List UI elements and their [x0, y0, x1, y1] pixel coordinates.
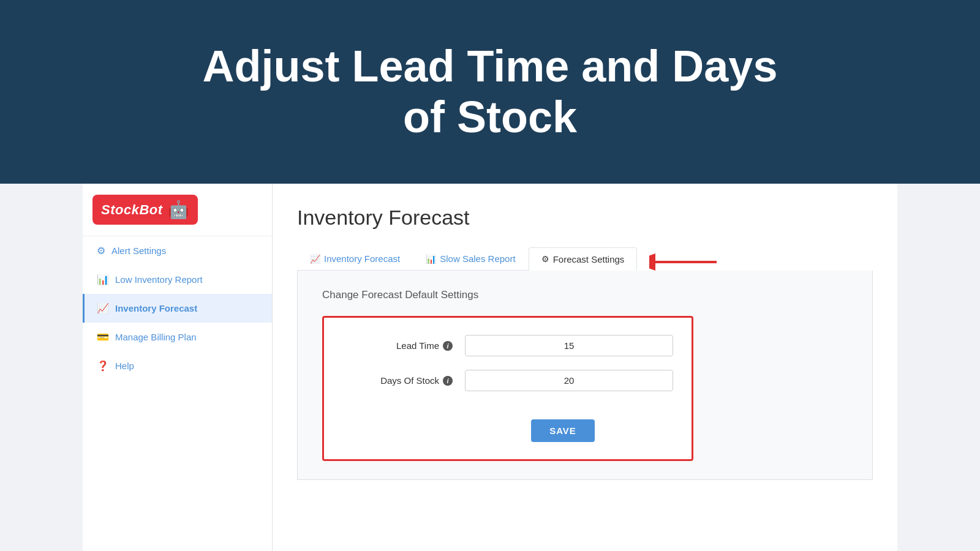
settings-panel: Change Forecast Default Settings Lead Ti…	[297, 271, 873, 480]
tab-inventory-forecast[interactable]: 📈 Inventory Forecast	[297, 247, 413, 270]
sidebar-item-alert-settings[interactable]: ⚙ Alert Settings	[83, 236, 272, 265]
trend-tab-icon: 📈	[310, 254, 320, 264]
days-of-stock-info-icon[interactable]: i	[443, 376, 453, 386]
sidebar-item-billing[interactable]: 💳 Manage Billing Plan	[83, 323, 272, 351]
app-shell: StockBot 🤖 ⚙ Alert Settings 📊 Low Invent…	[83, 184, 897, 551]
tab-slow-sales[interactable]: 📊 Slow Sales Report	[413, 247, 528, 270]
main-content: Inventory Forecast 📈 Inventory Forecast …	[273, 184, 897, 551]
days-of-stock-label: Days Of Stock i	[342, 375, 453, 386]
hero-banner: Adjust Lead Time and Days of Stock	[0, 0, 980, 184]
sidebar-item-label: Alert Settings	[111, 246, 166, 256]
forecast-form-box: Lead Time i Days Of Stock i SAVE	[322, 316, 693, 461]
trend-icon: 📈	[97, 302, 109, 314]
save-button[interactable]: SAVE	[531, 419, 595, 442]
tab-label: Forecast Settings	[553, 254, 625, 264]
sidebar-item-help[interactable]: ❓ Help	[83, 351, 272, 380]
help-icon: ❓	[97, 360, 109, 372]
bar-tab-icon: 📊	[426, 254, 436, 264]
hero-title: Adjust Lead Time and Days of Stock	[203, 41, 778, 143]
sidebar-item-low-inventory[interactable]: 📊 Low Inventory Report	[83, 265, 272, 294]
lead-time-row: Lead Time i	[342, 335, 673, 356]
sidebar-item-label: Low Inventory Report	[115, 274, 203, 285]
tab-label: Slow Sales Report	[440, 253, 515, 264]
save-row: SAVE	[453, 405, 673, 442]
sidebar-item-label: Help	[115, 361, 134, 371]
bar-chart-icon: 📊	[97, 274, 109, 285]
billing-icon: 💳	[97, 331, 109, 343]
lead-time-label: Lead Time i	[342, 340, 453, 351]
gear-icon: ⚙	[97, 245, 105, 257]
settings-section-title: Change Forecast Default Settings	[322, 289, 848, 301]
logo-area: StockBot 🤖	[83, 184, 272, 236]
sidebar-item-inventory-forecast[interactable]: 📈 Inventory Forecast	[83, 294, 272, 323]
gear-tab-icon: ⚙	[541, 254, 549, 264]
sidebar-item-label: Inventory Forecast	[115, 303, 197, 313]
red-arrow-icon	[649, 253, 723, 271]
sidebar: StockBot 🤖 ⚙ Alert Settings 📊 Low Invent…	[83, 184, 273, 551]
tabs: 📈 Inventory Forecast 📊 Slow Sales Report…	[297, 247, 637, 271]
days-of-stock-input[interactable]	[465, 370, 673, 391]
lead-time-info-icon[interactable]: i	[443, 341, 453, 351]
page-title: Inventory Forecast	[297, 206, 873, 230]
tab-forecast-settings[interactable]: ⚙ Forecast Settings	[529, 247, 638, 271]
logo[interactable]: StockBot 🤖	[92, 195, 198, 225]
tabs-arrow-row: 📈 Inventory Forecast 📊 Slow Sales Report…	[297, 247, 873, 271]
lead-time-input[interactable]	[465, 335, 673, 356]
logo-text: StockBot	[101, 202, 163, 218]
tab-label: Inventory Forecast	[324, 253, 400, 264]
sidebar-item-label: Manage Billing Plan	[115, 332, 197, 342]
arrow-annotation	[649, 253, 723, 271]
logo-robot-icon: 🤖	[168, 200, 189, 220]
days-of-stock-row: Days Of Stock i	[342, 370, 673, 391]
